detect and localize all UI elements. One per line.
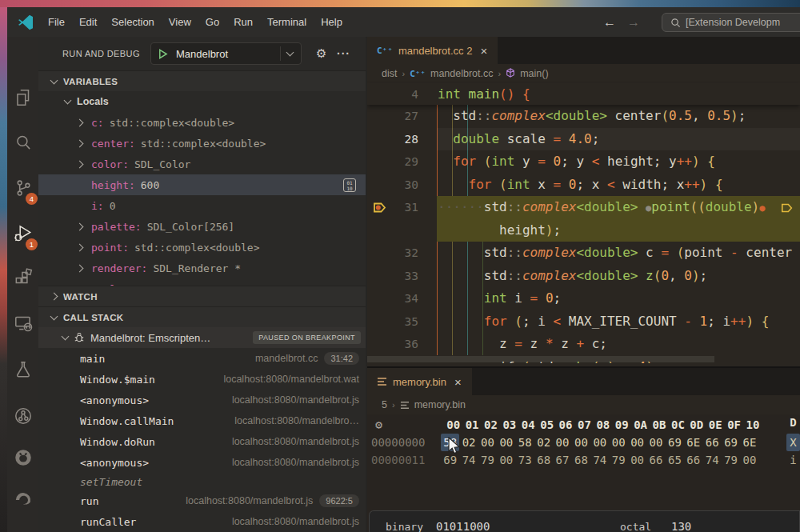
hex-byte[interactable]: 00 — [628, 434, 646, 451]
remote-explorer-icon[interactable] — [7, 313, 38, 337]
stack-frame-row[interactable]: Window.$mainlocalhost:8080/mandelbrot.wa… — [38, 369, 366, 390]
back-arrow-icon[interactable]: ← — [603, 15, 616, 30]
tab-memory-bin[interactable]: memory.bin × — [367, 368, 472, 395]
hex-byte[interactable]: 68 — [572, 451, 590, 469]
stack-frame-row[interactable]: mainmandelbrot.cc31:42 — [38, 348, 366, 369]
stack-frame-row[interactable]: <anonymous>localhost:8080/mandelbrot.js — [38, 452, 366, 473]
hex-byte[interactable]: 6E — [740, 434, 758, 451]
breadcrumb-file[interactable]: mandelbrot.cc — [430, 68, 494, 79]
close-icon[interactable]: × — [478, 44, 490, 58]
tab-mandelbrot-cc[interactable]: C⁺⁺ mandelbrot.cc 2 × — [367, 37, 498, 64]
code-text: int main() { — [438, 83, 530, 106]
hex-byte[interactable]: 69 — [666, 434, 684, 451]
gear-icon[interactable]: ⚙ — [375, 418, 382, 432]
variable-row[interactable]: height:6000110 — [38, 174, 366, 195]
hex-byte[interactable]: 66 — [702, 434, 721, 451]
hex-byte[interactable]: 68 — [534, 451, 553, 469]
decoded-text[interactable]: i — [786, 451, 800, 469]
testing-beaker-icon[interactable] — [7, 359, 38, 383]
source-control-icon[interactable]: 4 — [7, 178, 38, 202]
variables-section-header[interactable]: VARIABLES — [38, 70, 366, 91]
menu-file[interactable]: File — [41, 13, 72, 31]
menu-go[interactable]: Go — [198, 13, 226, 31]
hex-byte[interactable]: 65 — [666, 451, 684, 469]
hex-byte[interactable]: 00 — [590, 434, 609, 451]
debug-play-icon[interactable] — [158, 49, 168, 59]
hex-byte[interactable]: 00 — [628, 451, 646, 469]
hex-editor[interactable]: ⚙ 000102030405060708090A0B0C0D0E0F10 000… — [367, 414, 800, 532]
run-and-debug-icon[interactable]: 1 — [7, 223, 38, 247]
gear-icon[interactable]: ⚙ — [316, 46, 326, 61]
close-icon[interactable]: × — [452, 375, 464, 389]
variable-row[interactable]: renderer:SDL_Renderer * — [38, 258, 366, 278]
hex-byte[interactable]: 00 — [610, 434, 628, 451]
locals-scope-row[interactable]: Locals — [38, 91, 366, 112]
breadcrumb-folder[interactable]: 5 — [382, 399, 387, 410]
menu-help[interactable]: Help — [314, 13, 350, 31]
variable-row[interactable]: palette:SDL_Color[256] — [38, 216, 366, 237]
hex-byte[interactable]: 00 — [478, 434, 497, 451]
hex-byte[interactable]: 66 — [684, 451, 702, 469]
hex-byte[interactable]: 00 — [740, 451, 758, 469]
breadcrumb-folder[interactable]: dist — [382, 68, 397, 79]
hex-byte[interactable]: 74 — [590, 451, 609, 469]
call-stack-section-header[interactable]: CALL STACK — [38, 306, 366, 327]
code-token: () — [499, 86, 514, 102]
variable-row[interactable]: scale:4 — [38, 278, 366, 286]
breadcrumb-symbol[interactable]: main() — [520, 68, 548, 79]
hex-byte[interactable]: 02 — [534, 434, 553, 451]
stack-frame-row[interactable]: Window.callMainlocalhost:8080/mandelbro… — [38, 410, 366, 431]
stack-frame-row[interactable]: setTimeout — [38, 473, 366, 490]
hex-byte[interactable]: 58 — [516, 434, 534, 451]
menu-terminal[interactable]: Terminal — [260, 13, 314, 31]
code-token: ; — [554, 222, 562, 238]
hex-byte[interactable]: 00 — [572, 434, 590, 451]
search-sidebar-icon[interactable] — [7, 132, 38, 156]
watch-section-header[interactable]: WATCH — [38, 286, 366, 306]
edge-devtools-icon[interactable] — [7, 489, 38, 513]
view-binary-icon[interactable]: 0110 — [343, 178, 356, 192]
menu-selection[interactable]: Selection — [104, 13, 161, 31]
menu-view[interactable]: View — [162, 13, 198, 31]
hex-byte[interactable]: 79 — [722, 451, 740, 469]
stack-frame-row[interactable]: runlocalhost:8080/mandelbrot.js9622:5 — [38, 490, 366, 511]
extensions-icon[interactable] — [7, 267, 38, 291]
code-editor[interactable]: 27 std::complex<double> center(0.5, 0.5)… — [367, 105, 800, 363]
github-icon[interactable] — [7, 447, 38, 471]
variable-row[interactable]: i:0 — [38, 195, 366, 216]
hex-byte[interactable]: 6E — [684, 434, 702, 451]
hex-byte[interactable]: 00 — [553, 434, 571, 451]
stack-frame-row[interactable]: Window.doRunlocalhost:8080/mandelbrot.js — [38, 431, 366, 452]
sticky-scroll-line[interactable]: 4int main() { — [367, 83, 800, 105]
variable-row[interactable]: center:std::complex<double> — [38, 133, 366, 154]
hex-byte[interactable]: 79 — [610, 451, 628, 469]
hex-byte[interactable]: 66 — [646, 451, 665, 469]
hex-byte[interactable]: 00 — [646, 434, 665, 451]
more-actions-icon[interactable]: ··· — [337, 47, 350, 60]
hex-byte[interactable]: 79 — [478, 451, 497, 469]
hex-byte[interactable]: 74 — [702, 451, 721, 469]
hex-byte[interactable]: 69 — [722, 434, 740, 451]
hex-byte[interactable]: 00 — [497, 434, 515, 451]
variable-row[interactable]: point:std::complex<double> — [38, 237, 366, 258]
breadcrumb-file[interactable]: memory.bin — [414, 399, 466, 410]
paused-breakpoint-icon[interactable] — [373, 201, 387, 218]
stack-frame-row[interactable]: runCallerlocalhost:8080/mandelbrot.js — [38, 511, 366, 532]
hex-byte[interactable]: 67 — [553, 451, 571, 469]
hex-byte[interactable]: 73 — [516, 451, 534, 469]
menu-run[interactable]: Run — [226, 13, 260, 31]
commit-graph-icon[interactable] — [7, 406, 38, 430]
menu-edit[interactable]: Edit — [72, 13, 104, 31]
explorer-icon[interactable] — [7, 87, 38, 111]
hex-byte[interactable]: 00 — [497, 451, 515, 469]
decoded-text[interactable]: X — [786, 434, 800, 451]
debug-config-dropdown[interactable]: Mandelbrot — [150, 42, 302, 65]
chevron-down-icon[interactable] — [286, 49, 294, 57]
command-center-search[interactable]: [Extension Developm — [662, 13, 800, 32]
code-token: , — [669, 268, 684, 283]
variable-row[interactable]: color:SDL_Color — [38, 154, 366, 174]
forward-arrow-icon[interactable]: → — [627, 15, 640, 30]
debug-session-row[interactable]: Mandelbrot: Emscripten… PAUSED ON BREAKP… — [38, 327, 366, 348]
stack-frame-row[interactable]: <anonymous>localhost:8080/mandelbrot.js — [38, 390, 366, 410]
variable-row[interactable]: c:std::complex<double> — [38, 112, 366, 133]
